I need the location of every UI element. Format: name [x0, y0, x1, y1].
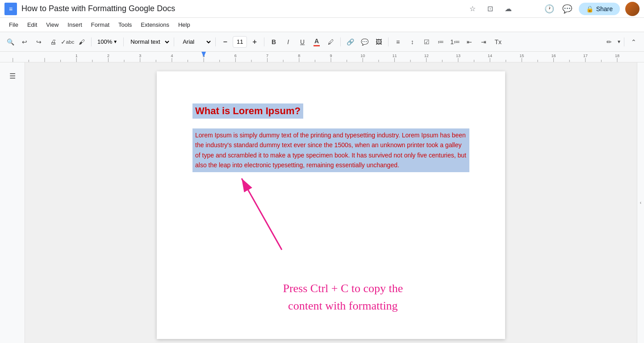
paint-format-button[interactable]: 🖌 — [75, 35, 88, 49]
move-button[interactable]: ⊡ — [484, 3, 497, 15]
annotation-text: Press Ctrl + C to copy the content with … — [283, 280, 403, 314]
right-panel: ‹ — [637, 62, 644, 343]
cloud-button[interactable]: ☁ — [502, 3, 514, 15]
document-body: Lorem Ipsum is simply dummy text of the … — [195, 130, 467, 170]
editing-mode-chevron[interactable]: ▼ — [617, 39, 621, 44]
doc-title: How to Paste with Formatting Google Docs — [21, 4, 466, 13]
font-size-control: − + — [218, 35, 261, 49]
indent-more-button[interactable]: ⇥ — [477, 35, 490, 49]
main-layout: ☰ What is Lorem Ipsum? Lorem Ipsum is si… — [0, 62, 644, 343]
zoom-level: 100% — [97, 38, 112, 45]
toolbar: 🔍 ↩ ↪ 🖨 ✓abc 🖌 100% ▼ Normal text Arial … — [0, 32, 644, 52]
print-button[interactable]: 🖨 — [46, 35, 60, 49]
undo-button[interactable]: ↩ — [18, 35, 31, 49]
font-size-increase[interactable]: + — [248, 35, 261, 49]
menu-tools[interactable]: Tools — [115, 20, 135, 30]
ruler — [0, 52, 644, 62]
share-button[interactable]: 🔒 Share — [579, 3, 620, 15]
align-button[interactable]: ≡ — [391, 35, 405, 49]
heading-selection: What is Lorem Ipsum? — [192, 103, 303, 119]
avatar — [625, 2, 640, 16]
document-heading: What is Lorem Ipsum? — [195, 105, 301, 116]
editing-mode-button[interactable]: ✏ — [602, 35, 616, 49]
arrow-annotation — [228, 165, 318, 254]
document-page: What is Lorem Ipsum? Lorem Ipsum is simp… — [157, 71, 505, 339]
menu-file[interactable]: File — [5, 20, 22, 30]
italic-button[interactable]: I — [281, 35, 295, 49]
doc-area[interactable]: What is Lorem Ipsum? Lorem Ipsum is simp… — [25, 62, 637, 343]
spellcheck-button[interactable]: ✓abc — [61, 35, 74, 49]
font-size-input[interactable] — [233, 36, 247, 48]
redo-button[interactable]: ↪ — [32, 35, 46, 49]
menu-bar: File Edit View Insert Format Tools Exten… — [0, 18, 644, 32]
menu-insert[interactable]: Insert — [64, 20, 86, 30]
style-selector[interactable]: Normal text — [126, 35, 171, 49]
divider-5 — [264, 37, 264, 46]
menu-view[interactable]: View — [42, 20, 62, 30]
divider-4 — [215, 37, 216, 46]
sidebar: ☰ — [0, 62, 25, 343]
numbered-list-button[interactable]: 1≔ — [448, 35, 462, 49]
search-button[interactable]: 🔍 — [4, 35, 17, 49]
expand-button[interactable]: ⌃ — [627, 35, 640, 49]
divider-7 — [388, 37, 389, 46]
line-spacing-button[interactable]: ↕ — [406, 35, 419, 49]
checklist-button[interactable]: ☑ — [420, 35, 433, 49]
title-icons: ☆ ⊡ ☁ 🕐 💬 🔒 Share — [466, 2, 640, 16]
divider-8 — [624, 37, 624, 46]
link-button[interactable]: 🔗 — [343, 35, 357, 49]
body-selection: Lorem Ipsum is simply dummy text of the … — [192, 128, 469, 172]
title-bar: How to Paste with Formatting Google Docs… — [0, 0, 644, 18]
svg-line-1 — [242, 178, 282, 250]
doc-icon — [4, 3, 17, 15]
indent-less-button[interactable]: ⇤ — [463, 35, 476, 49]
history-button[interactable]: 🕐 — [543, 3, 556, 15]
menu-help[interactable]: Help — [175, 20, 194, 30]
star-button[interactable]: ☆ — [466, 3, 479, 15]
zoom-control[interactable]: 100% ▼ — [94, 35, 121, 49]
highlight-button[interactable]: 🖊 — [324, 35, 338, 49]
bold-button[interactable]: B — [267, 35, 280, 49]
divider-1 — [91, 37, 92, 46]
divider-6 — [340, 37, 341, 46]
clear-formatting-button[interactable]: Tx — [491, 35, 505, 49]
ruler-canvas — [0, 52, 644, 62]
menu-edit[interactable]: Edit — [24, 20, 41, 30]
divider-2 — [123, 37, 124, 46]
menu-format[interactable]: Format — [88, 20, 113, 30]
bullet-list-button[interactable]: ≔ — [434, 35, 447, 49]
menu-extensions[interactable]: Extensions — [137, 20, 173, 30]
text-color-button[interactable]: A — [310, 35, 323, 49]
outline-icon[interactable]: ☰ — [4, 68, 21, 84]
font-size-decrease[interactable]: − — [218, 35, 232, 49]
image-button[interactable]: 🖼 — [372, 35, 385, 49]
text-color-indicator: A — [314, 37, 320, 46]
font-selector[interactable]: Arial — [177, 35, 213, 49]
underline-button[interactable]: U — [296, 35, 309, 49]
divider-3 — [174, 37, 174, 46]
comment-button[interactable]: 💬 — [358, 35, 371, 49]
collapse-panel-button[interactable]: ‹ — [640, 200, 641, 205]
comments-button[interactable]: 💬 — [561, 3, 573, 15]
